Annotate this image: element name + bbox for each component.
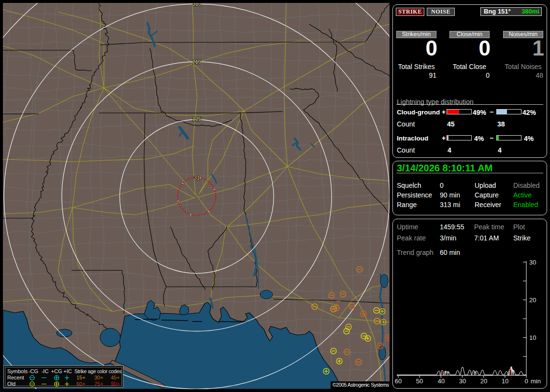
svg-text:20: 20	[529, 296, 536, 304]
svg-text:10: 10	[502, 378, 508, 385]
svg-text:30: 30	[459, 378, 466, 385]
svg-text:31: 31	[194, 175, 200, 181]
svg-text:40: 40	[438, 378, 445, 385]
svg-text:313: 313	[192, 3, 201, 7]
svg-text:125: 125	[192, 116, 201, 122]
svg-text:30: 30	[529, 259, 536, 266]
svg-text:10: 10	[529, 334, 536, 341]
svg-text:20: 20	[480, 378, 487, 385]
svg-text:min: min	[531, 378, 541, 385]
svg-text:0: 0	[524, 378, 528, 385]
svg-text:50: 50	[416, 378, 423, 385]
svg-text:60: 60	[395, 378, 402, 385]
svg-text:219: 219	[192, 59, 201, 65]
